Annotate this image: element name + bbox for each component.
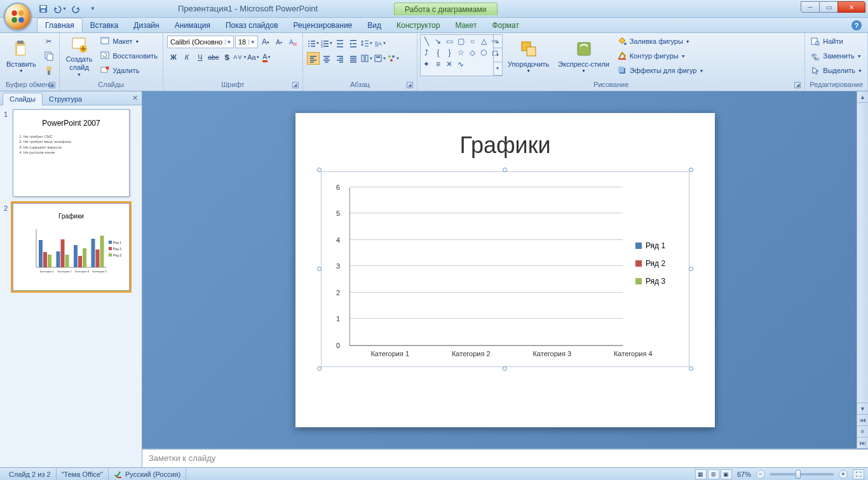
close-panel-button[interactable]: ✕ xyxy=(132,94,138,102)
tab-insert[interactable]: Вставка xyxy=(83,18,126,32)
font-color-button[interactable]: A▼ xyxy=(261,51,273,63)
font-dialog-launcher[interactable]: ◢ xyxy=(292,82,299,88)
layout-button[interactable]: Макет ▼ xyxy=(97,34,159,48)
cut-button[interactable]: ✂ xyxy=(41,34,57,48)
columns-button[interactable]: ▼ xyxy=(360,52,373,65)
outline-tab[interactable]: Структура xyxy=(43,93,88,105)
minimize-button[interactable]: ─ xyxy=(801,1,820,13)
delete-slide-button[interactable]: Удалить xyxy=(97,63,159,77)
scroll-down-button[interactable]: ▼ xyxy=(857,403,868,414)
handle-br[interactable] xyxy=(689,366,693,371)
replace-button[interactable]: abacЗаменить ▼ xyxy=(808,49,865,63)
align-text-button[interactable]: ▼ xyxy=(374,52,386,65)
shape-hexagon-icon[interactable]: ⬡ xyxy=(479,48,489,57)
shape-plus-icon[interactable]: ✦ xyxy=(422,59,431,69)
prev-slide-button[interactable]: ⏮ xyxy=(857,414,868,425)
theme-indicator[interactable]: "Тема Office" xyxy=(57,468,109,480)
handle-tm[interactable] xyxy=(503,168,507,172)
bold-button[interactable]: Ж xyxy=(167,51,180,63)
decrease-indent-button[interactable] xyxy=(334,37,346,50)
text-direction-button[interactable]: ||A▼ xyxy=(374,37,386,50)
strikethrough-button[interactable]: abc xyxy=(207,51,220,63)
shape-arrow-icon[interactable]: ↘ xyxy=(433,36,443,46)
fit-to-window-button[interactable]: ⛶ xyxy=(853,469,864,479)
tab-home[interactable]: Главная xyxy=(37,18,83,32)
select-button[interactable]: Выделить ▼ xyxy=(808,63,865,77)
shape-oval-icon[interactable]: ○ xyxy=(468,36,477,46)
smartart-button[interactable]: ▼ xyxy=(387,52,400,65)
char-spacing-button[interactable]: AV▼ xyxy=(234,51,247,63)
clear-formatting-button[interactable]: A xyxy=(287,36,299,48)
shape-line-icon[interactable]: ╲ xyxy=(422,36,431,46)
handle-tl[interactable] xyxy=(317,168,322,172)
new-slide-button[interactable]: Создать слайд▼ xyxy=(62,34,97,79)
increase-indent-button[interactable] xyxy=(347,37,360,50)
justify-button[interactable] xyxy=(347,52,360,65)
shape-brace2-icon[interactable]: } xyxy=(445,48,454,57)
align-left-button[interactable] xyxy=(307,52,320,65)
shape-fill-button[interactable]: Заливка фигуры ▼ xyxy=(614,34,707,48)
undo-button[interactable]: ▼ xyxy=(53,3,66,15)
zoom-slider-thumb[interactable] xyxy=(796,470,801,479)
format-painter-button[interactable] xyxy=(41,63,57,77)
change-case-button[interactable]: Aa▼ xyxy=(247,51,260,63)
next-slide-button[interactable]: ⏭ xyxy=(857,437,868,448)
clipboard-dialog-launcher[interactable]: ◢ xyxy=(49,82,55,88)
notes-pane[interactable]: Заметки к слайду xyxy=(142,448,868,467)
slideshow-view-button[interactable]: ▣ xyxy=(721,469,732,479)
shape-star-icon[interactable]: ☆ xyxy=(456,48,466,57)
language-indicator[interactable]: Русский (Россия) xyxy=(109,468,186,480)
vertical-scrollbar[interactable]: ▲ ▼ ⏮ ≡ ⏭ xyxy=(857,91,868,448)
zoom-slider[interactable] xyxy=(770,473,834,476)
shapes-scroll-up[interactable]: ▴ xyxy=(494,35,502,48)
arrange-button[interactable]: Упорядочить▼ xyxy=(504,34,553,79)
qat-customize-button[interactable]: ▼ xyxy=(86,3,99,15)
shape-triangle-icon[interactable]: △ xyxy=(479,36,489,46)
tab-animations[interactable]: Анимация xyxy=(167,18,218,32)
zoom-in-button[interactable]: + xyxy=(839,470,848,479)
sorter-view-button[interactable]: ⊞ xyxy=(708,469,719,479)
maximize-button[interactable]: ▭ xyxy=(819,1,838,13)
normal-view-button[interactable]: ▦ xyxy=(695,469,707,479)
help-icon[interactable]: ? xyxy=(851,20,862,30)
close-button[interactable]: ✕ xyxy=(837,1,865,13)
grow-font-button[interactable]: A▴ xyxy=(259,36,271,48)
underline-button[interactable]: Ч xyxy=(194,51,207,63)
reset-button[interactable]: Восстановить xyxy=(97,49,159,63)
slide-canvas[interactable]: Графики 0123456 Ряд 1Ряд 2Ряд 3 Категори… xyxy=(295,113,715,427)
font-size-combo[interactable]: 18▼ xyxy=(235,36,258,48)
drawing-dialog-launcher[interactable]: ◢ xyxy=(794,82,801,88)
text-shadow-button[interactable]: S xyxy=(220,51,233,63)
shapes-more-button[interactable]: ▾ xyxy=(494,62,502,76)
shape-rect-icon[interactable]: ▭ xyxy=(445,36,454,46)
find-button[interactable]: Найти xyxy=(808,34,865,48)
shapes-gallery[interactable]: ╲ ↘ ▭ ▢ ○ △ ⇨ ⤴ { } ☆ ◇ ⬡ ◻ ✦ ≡ ✕ ∿ ▴▾▾ xyxy=(420,34,503,76)
handle-bl[interactable] xyxy=(317,366,322,371)
slides-tab[interactable]: Слайды xyxy=(3,93,43,105)
tab-design[interactable]: Дизайн xyxy=(126,18,166,32)
shape-diamond-icon[interactable]: ◇ xyxy=(468,48,477,57)
paragraph-dialog-launcher[interactable]: ◢ xyxy=(407,82,413,88)
redo-button[interactable] xyxy=(70,3,83,15)
handle-bm[interactable] xyxy=(503,366,507,371)
shrink-font-button[interactable]: A▾ xyxy=(273,36,285,48)
handle-tr[interactable] xyxy=(689,168,693,172)
zoom-out-button[interactable]: − xyxy=(756,470,765,479)
tab-chart-design[interactable]: Конструктор xyxy=(389,18,447,32)
slide-thumbnail-1[interactable]: PowerPoint 2007 Не требует СМС Не требуе… xyxy=(13,109,130,197)
office-button[interactable] xyxy=(4,3,32,30)
shape-freeform-icon[interactable]: ∿ xyxy=(456,59,466,69)
align-right-button[interactable] xyxy=(334,52,346,65)
slide-nav-menu-button[interactable]: ≡ xyxy=(857,425,868,437)
shape-equals-icon[interactable]: ≡ xyxy=(433,59,443,69)
align-center-button[interactable] xyxy=(320,52,333,65)
tab-slideshow[interactable]: Показ слайдов xyxy=(218,18,286,32)
font-family-combo[interactable]: Calibri (Основно▼ xyxy=(167,36,234,48)
tab-review[interactable]: Рецензирование xyxy=(286,18,360,32)
tab-view[interactable]: Вид xyxy=(360,18,389,32)
chart-object[interactable]: 0123456 Ряд 1Ряд 2Ряд 3 Категория 1Катег… xyxy=(321,171,689,367)
shape-roundrect-icon[interactable]: ▢ xyxy=(456,36,466,46)
paste-button[interactable]: Вставить▼ xyxy=(3,34,40,79)
slide-thumbnail-2[interactable]: Графики Ряд 1Ряд 2Ряд 3Категория 1Катего… xyxy=(13,203,130,291)
shape-cross-icon[interactable]: ✕ xyxy=(445,59,454,69)
